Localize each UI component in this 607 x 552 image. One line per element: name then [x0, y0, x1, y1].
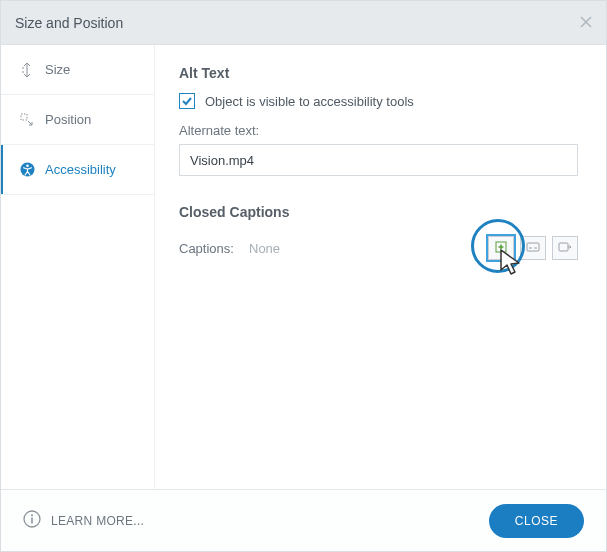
learn-more-link[interactable]: LEARN MORE...: [23, 510, 144, 531]
caption-buttons: [488, 236, 578, 260]
info-icon: [23, 510, 41, 531]
edit-icon: [526, 239, 540, 257]
content-panel: Alt Text Object is visible to accessibil…: [155, 45, 606, 489]
svg-point-2: [26, 165, 29, 168]
svg-rect-4: [527, 243, 539, 251]
size-icon: [19, 62, 35, 78]
add-caption-button[interactable]: [488, 236, 514, 260]
export-caption-button[interactable]: [552, 236, 578, 260]
checkbox-label: Object is visible to accessibility tools: [205, 94, 414, 109]
alt-text-input[interactable]: [179, 144, 578, 176]
captions-label: Captions:: [179, 241, 249, 256]
window-title: Size and Position: [15, 15, 123, 31]
footer: LEARN MORE... CLOSE: [1, 489, 606, 551]
tab-label: Accessibility: [45, 162, 116, 177]
close-button[interactable]: CLOSE: [489, 504, 584, 538]
visibility-checkbox-row[interactable]: Object is visible to accessibility tools: [179, 93, 578, 109]
export-icon: [558, 239, 572, 257]
tab-accessibility[interactable]: Accessibility: [1, 145, 154, 195]
tab-size[interactable]: Size: [1, 45, 154, 95]
captions-value: None: [249, 241, 280, 256]
svg-rect-8: [31, 518, 33, 524]
plus-icon: [495, 239, 507, 257]
checkmark-icon: [179, 93, 195, 109]
accessibility-icon: [19, 162, 35, 178]
edit-caption-button[interactable]: [520, 236, 546, 260]
dialog-body: Size Position Accessibility Alt Text Obj…: [1, 45, 606, 489]
close-window-icon[interactable]: [580, 14, 592, 32]
alt-text-field-label: Alternate text:: [179, 123, 578, 138]
tab-position[interactable]: Position: [1, 95, 154, 145]
sidebar: Size Position Accessibility: [1, 45, 155, 489]
position-icon: [19, 112, 35, 128]
svg-rect-5: [559, 243, 568, 251]
closed-captions-header: Closed Captions: [179, 204, 578, 220]
svg-rect-0: [21, 114, 27, 120]
alt-text-header: Alt Text: [179, 65, 578, 81]
learn-more-label: LEARN MORE...: [51, 514, 144, 528]
tab-label: Position: [45, 112, 91, 127]
titlebar: Size and Position: [1, 1, 606, 45]
tab-label: Size: [45, 62, 70, 77]
svg-point-7: [31, 514, 33, 516]
